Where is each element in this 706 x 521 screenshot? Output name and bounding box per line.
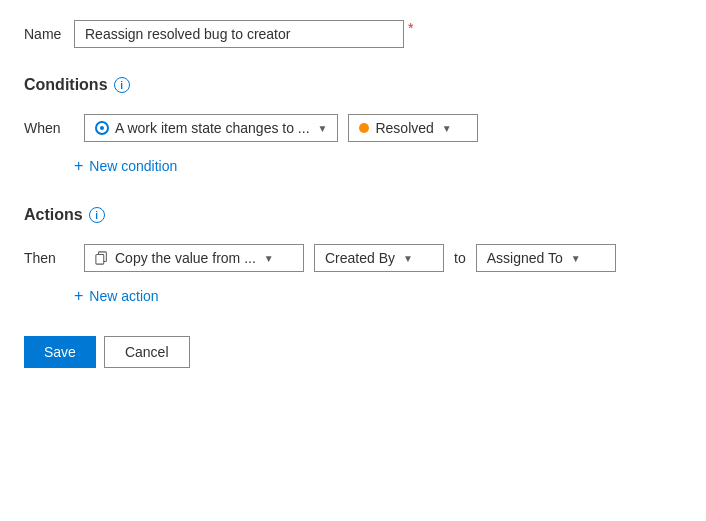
conditions-section: Conditions i When A work item state chan… — [24, 76, 682, 174]
name-label: Name — [24, 26, 74, 42]
action-from-chevron: ▼ — [403, 253, 413, 264]
condition-value-chevron: ▼ — [442, 123, 452, 134]
conditions-title: Conditions — [24, 76, 108, 94]
new-action-plus-icon: + — [74, 288, 83, 304]
action-from-text: Created By — [325, 250, 395, 266]
action-to-dropdown[interactable]: Assigned To ▼ — [476, 244, 616, 272]
copy-icon — [95, 251, 109, 265]
new-action-label: New action — [89, 288, 158, 304]
save-button[interactable]: Save — [24, 336, 96, 368]
when-label: When — [24, 120, 74, 136]
svg-rect-1 — [96, 255, 104, 265]
target-icon — [95, 121, 109, 135]
action-type-chevron: ▼ — [264, 253, 274, 264]
condition-value-text: Resolved — [375, 120, 433, 136]
action-to-chevron: ▼ — [571, 253, 581, 264]
conditions-heading: Conditions i — [24, 76, 682, 94]
action-type-text: Copy the value from ... — [115, 250, 256, 266]
new-action-link[interactable]: + New action — [74, 288, 159, 304]
actions-title: Actions — [24, 206, 83, 224]
name-input-wrapper: * — [74, 20, 413, 48]
conditions-info-icon[interactable]: i — [114, 77, 130, 93]
orange-dot-icon — [359, 123, 369, 133]
required-star: * — [408, 20, 413, 36]
action-to-text: Assigned To — [487, 250, 563, 266]
new-condition-plus-icon: + — [74, 158, 83, 174]
condition-type-text: A work item state changes to ... — [115, 120, 310, 136]
action-from-dropdown[interactable]: Created By ▼ — [314, 244, 444, 272]
actions-heading: Actions i — [24, 206, 682, 224]
name-input[interactable] — [74, 20, 404, 48]
then-row: Then Copy the value from ... ▼ Created B… — [24, 244, 682, 272]
action-type-dropdown[interactable]: Copy the value from ... ▼ — [84, 244, 304, 272]
to-label: to — [454, 250, 466, 266]
name-row: Name * — [24, 20, 682, 48]
actions-section: Actions i Then Copy the value from ... ▼… — [24, 206, 682, 304]
when-row: When A work item state changes to ... ▼ … — [24, 114, 682, 142]
condition-value-dropdown[interactable]: Resolved ▼ — [348, 114, 478, 142]
then-label: Then — [24, 250, 74, 266]
new-condition-link[interactable]: + New condition — [74, 158, 177, 174]
new-condition-label: New condition — [89, 158, 177, 174]
actions-info-icon[interactable]: i — [89, 207, 105, 223]
cancel-button[interactable]: Cancel — [104, 336, 190, 368]
button-row: Save Cancel — [24, 336, 682, 368]
condition-type-dropdown[interactable]: A work item state changes to ... ▼ — [84, 114, 338, 142]
condition-type-chevron: ▼ — [318, 123, 328, 134]
